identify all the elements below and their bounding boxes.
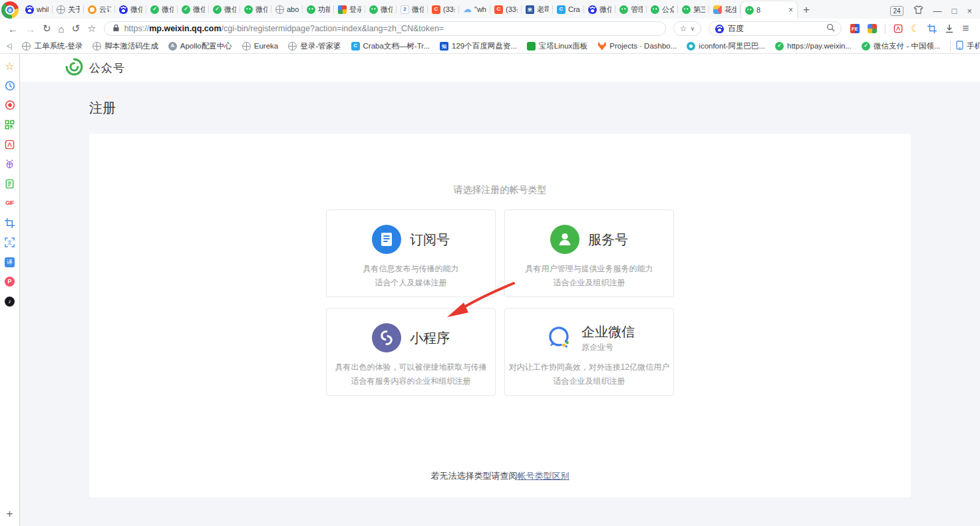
bookmark-5[interactable]: Craba文档—树-Tr... (351, 41, 430, 51)
card-title: 服务号 (588, 231, 628, 249)
douyin-icon[interactable]: ♪ (5, 296, 15, 307)
back-icon[interactable]: ← (8, 23, 18, 35)
tab-18[interactable]: 微信 (584, 0, 615, 19)
card-wecom[interactable]: 企业微信 原企业号 对内让工作协同高效，对外连接12亿微信用户 适合企业及组织注… (504, 308, 674, 396)
tab-7[interactable]: 微信 (240, 0, 271, 19)
card-title: 企业微信 (581, 323, 635, 341)
tab-15[interactable]: (33条 (490, 0, 522, 19)
tab-label: 微信 (224, 5, 236, 15)
undo-icon[interactable]: ↺ (72, 23, 81, 35)
menu-icon[interactable]: ≡ (962, 22, 969, 35)
url-text: https://mp.weixin.qq.com/cgi-bin/registe… (124, 24, 444, 33)
favorites-star-icon[interactable]: ☆ (5, 61, 15, 71)
qr-code-icon[interactable] (5, 120, 15, 130)
screen-translate-icon[interactable]: 文 (5, 237, 15, 248)
service-account-icon (550, 225, 579, 254)
tab-1[interactable]: 关于 (53, 0, 84, 19)
bookmark-0[interactable]: 工单系统-登录 (22, 41, 82, 51)
bookmark-9[interactable]: iconfont-阿里巴巴... (687, 41, 765, 51)
tab-16[interactable]: 老司 (522, 0, 553, 19)
screenshot-crop-icon[interactable] (927, 24, 937, 33)
window-controls: 24 — □ × (890, 5, 980, 19)
tab-label: 微信 (381, 5, 393, 15)
apollo-icon (168, 42, 177, 51)
home-icon[interactable]: ⌂ (59, 23, 65, 35)
tab-22[interactable]: 花生 (709, 0, 740, 19)
maximize-button[interactable]: □ (952, 6, 957, 16)
bookmark-3[interactable]: Eureka (242, 42, 278, 51)
tab-11[interactable]: 微信 (365, 0, 397, 19)
tab-4[interactable]: 微信 (146, 0, 178, 19)
download-icon[interactable] (945, 24, 954, 33)
apps-grid-icon[interactable] (868, 24, 877, 33)
bookmark-11[interactable]: 微信支付 - 中国领... (862, 41, 940, 51)
card-mini-program[interactable]: 小程序 具有出色的体验，可以被便捷地获取与传播 适合有服务内容的企业和组织注册 (326, 308, 496, 396)
bookmark-label: 宝塔Linux面板 (539, 41, 588, 51)
tab-close-icon[interactable]: × (788, 5, 793, 15)
bookmarks-collapse-icon[interactable]: <| (7, 43, 12, 50)
night-mode-moon-icon[interactable]: ☾ (911, 23, 919, 35)
screenshot-crop-icon[interactable] (5, 217, 15, 228)
tab-8[interactable]: abo (271, 0, 303, 19)
favorites-dropdown[interactable]: ☆ ∨ (673, 21, 701, 36)
tab-17[interactable]: Crab (553, 0, 584, 19)
wechat-icon (244, 5, 253, 14)
fe-extension-icon[interactable] (850, 24, 860, 33)
url-scheme: https:// (124, 24, 150, 33)
bookmark-star-icon[interactable]: ☆ (87, 23, 96, 35)
address-bar[interactable]: https://mp.weixin.qq.com/cgi-bin/registe… (104, 21, 666, 36)
pink-p-icon[interactable]: P (5, 277, 15, 287)
tab-5[interactable]: 微信 (178, 0, 209, 19)
page-title: 注册 (89, 99, 980, 117)
translate-icon[interactable]: 译 (5, 257, 15, 267)
tab-20[interactable]: 公众 (647, 0, 678, 19)
pdf-tool-icon[interactable] (5, 139, 15, 150)
tab-23[interactable]: 8× (740, 1, 798, 19)
tab-label: 花生 (725, 5, 736, 15)
tab-9[interactable]: 功能 (303, 0, 334, 19)
card-desc-line: 适合企业及组织注册 (505, 276, 673, 290)
tab-12[interactable]: 微信 (397, 0, 428, 19)
theme-shirt-icon[interactable] (913, 5, 923, 16)
tab-6[interactable]: 微信 (209, 0, 240, 19)
history-clock-icon[interactable] (5, 80, 15, 91)
forward-icon[interactable]: → (25, 23, 35, 35)
refresh-icon[interactable]: ↻ (43, 23, 51, 35)
screen-record-icon[interactable] (5, 100, 15, 110)
bookmark-2[interactable]: Apollo配置中心 (168, 41, 232, 51)
minimize-button[interactable]: — (933, 6, 942, 16)
browser-logo-icon[interactable]: e (1, 1, 19, 19)
tab-10[interactable]: 登录 (334, 0, 365, 19)
star-icon: ☆ (680, 24, 687, 33)
footer-help-text: 若无法选择类型请查阅 (431, 471, 518, 481)
gif-tool-icon[interactable]: GIF (5, 198, 15, 209)
account-type-difference-link[interactable]: 帐号类型区别 (518, 471, 570, 481)
bookmark-8[interactable]: Projects · Dashbo... (597, 42, 677, 51)
bookmark-1[interactable]: 脚本激活码生成 (92, 41, 158, 51)
tab-2[interactable]: 云订 (84, 0, 115, 19)
bookmark-7[interactable]: 宝塔Linux面板 (527, 41, 588, 51)
bookmark-label: Projects · Dashbo... (609, 42, 677, 50)
tab-count-badge[interactable]: 24 (890, 6, 903, 16)
card-service-account[interactable]: 服务号 具有用户管理与提供业务服务的能力 适合企业及组织注册 (504, 209, 674, 297)
tab-14[interactable]: "whi (459, 0, 490, 19)
rail-add-button[interactable]: + (7, 507, 13, 521)
tab-19[interactable]: 管理 (615, 0, 647, 19)
tab-0[interactable]: whil (21, 0, 53, 19)
color-cube-icon (713, 5, 722, 14)
tab-label: 公众 (662, 5, 674, 15)
phone-bookmarks-button[interactable]: 手机书签 (956, 41, 980, 51)
search-box[interactable]: 百度 (709, 21, 842, 36)
new-tab-button[interactable]: + (803, 3, 810, 17)
pdf-reader-icon[interactable] (894, 24, 903, 33)
bookmark-4[interactable]: 登录-管家婆 (288, 41, 341, 51)
tab-13[interactable]: (33条 (428, 0, 459, 19)
card-subscription-account[interactable]: 订阅号 具有信息发布与传播的能力 适合个人及媒体注册 (326, 209, 496, 297)
close-button[interactable]: × (967, 6, 972, 16)
bookmark-6[interactable]: 129个百度网盘资... (440, 41, 517, 51)
tab-3[interactable]: 微信 (115, 0, 146, 19)
tab-21[interactable]: 第三 (678, 0, 709, 19)
bookmark-10[interactable]: https://pay.weixin... (775, 42, 852, 51)
notes-icon[interactable] (5, 178, 15, 189)
plugin-bug-icon[interactable] (5, 159, 15, 170)
